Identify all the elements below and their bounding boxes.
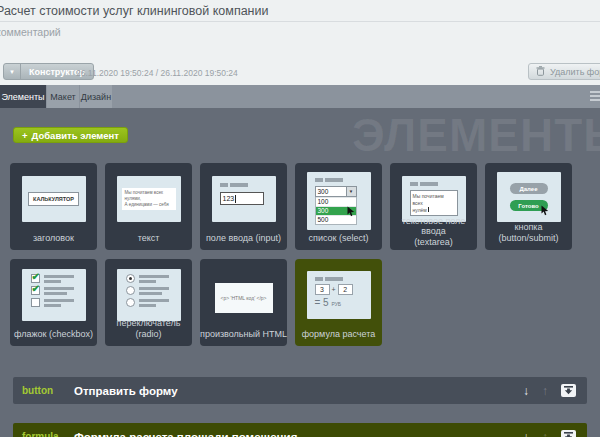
card-formula[interactable]: 3 + 2 = 5 РУБ формула расчета [295,259,382,346]
form-comment: комментарий [0,26,61,38]
card-label: список (select) [295,233,382,243]
button-preview: Далее Готово [497,172,561,222]
mouse-cursor-icon [541,205,549,216]
move-down-icon[interactable]: ↓ [523,385,529,397]
form-dates: 26.11.2020 19:50:24 / 26.11.2020 19:50:2… [76,68,238,78]
card-label: текстовое поле ввода (textarea) [390,216,477,247]
form-builder-screen: Расчет стоимости услуг клининговой компа… [0,0,600,437]
card-heading[interactable]: КАЛЬКУЛЯТОР заголовок [10,163,97,250]
chevron-down-icon: ▼ [346,187,356,196]
tab-layout[interactable]: Макет [47,85,79,108]
heading-preview: КАЛЬКУЛЯТОР [22,176,86,222]
card-label: флажок (checkbox) [10,329,97,339]
element-title: Формула расчета площади помещения [74,431,297,437]
html-preview: <p> 'HTML код' </p> [215,283,273,313]
element-type-badge: formula [22,431,66,437]
card-label: переключатель (radio) [105,318,192,339]
formula-preview: 3 + 2 = 5 РУБ [307,271,371,319]
radio-preview [117,269,181,321]
card-select[interactable]: 300 ▼ 100 300 500 список (select) [295,163,382,250]
trash-icon [536,66,545,78]
card-label: формула расчета [295,329,382,339]
tab-bar: Элементы Макет Дизайн [0,85,600,108]
input-preview: 123 [212,176,276,222]
card-label: текст [105,233,192,243]
elements-panel: ЭЛЕМЕНТЫ + Добавить элемент КАЛЬКУЛЯТОР … [0,108,600,437]
card-textarea[interactable]: Мы почитаем всех нулём текстовое поле вв… [390,163,477,250]
select-preview: 300 ▼ 100 300 500 [307,172,371,230]
menu-icon[interactable] [590,91,600,101]
card-input[interactable]: 123 поле ввода (input) [200,163,287,250]
card-text[interactable]: Мы почитаем всех нулями, А единицами — с… [105,163,192,250]
card-label: произвольный HTML [200,329,287,339]
card-html[interactable]: <p> 'HTML код' </p> произвольный HTML [200,259,287,346]
card-label: заголовок [10,233,97,243]
plus-icon: + [22,130,28,141]
form-element-row-button[interactable]: button Отправить форму ↓ ↑ [13,377,587,404]
panel-watermark: ЭЛЕМЕНТЫ [352,108,600,162]
form-element-row-formula[interactable]: formula Формула расчета площади помещени… [13,423,587,437]
add-element-button[interactable]: + Добавить элемент [13,127,128,143]
header: Расчет стоимости услуг клининговой компа… [0,0,600,85]
tab-design[interactable]: Дизайн [80,85,112,108]
card-label: поле ввода (input) [200,233,287,243]
move-up-icon[interactable]: ↑ [542,385,548,397]
delete-form-button[interactable]: Удалить форму [528,63,600,80]
element-type-badge: button [22,385,66,396]
card-button[interactable]: Далее Готово кнопка (button/submit) [485,163,572,250]
collapse-to-bottom-icon[interactable] [561,430,576,437]
header-divider [0,21,600,22]
card-label: кнопка (button/submit) [485,222,572,243]
add-element-label: Добавить элемент [32,130,119,141]
text-preview: Мы почитаем всех нулями, А единицами — с… [117,176,181,222]
mouse-cursor-icon [347,206,355,217]
card-checkbox[interactable]: ✔ ✔ флажок (checkbox) [10,259,97,346]
collapse-to-bottom-icon[interactable] [561,384,576,397]
element-title: Отправить форму [74,385,178,397]
move-down-icon[interactable]: ↓ [523,431,529,437]
card-radio[interactable]: переключатель (radio) [105,259,192,346]
move-up-icon[interactable]: ↑ [542,431,548,437]
tab-elements[interactable]: Элементы [0,85,46,108]
element-cards-row-2: ✔ ✔ флажок (checkbox) переключатель (rad… [10,259,382,346]
element-cards-row-1: КАЛЬКУЛЯТОР заголовок Мы почитаем всех н… [10,163,572,250]
checkbox-preview: ✔ ✔ [22,269,86,321]
chevron-down-icon[interactable]: ▼ [4,64,21,79]
delete-form-label: Удалить форму [550,67,600,77]
form-title: Расчет стоимости услуг клининговой компа… [0,4,268,18]
